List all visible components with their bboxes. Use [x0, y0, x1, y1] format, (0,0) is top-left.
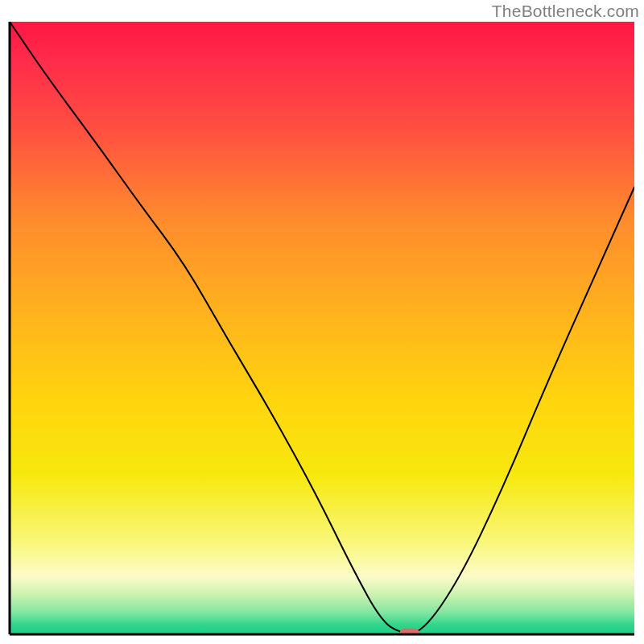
gradient-background [10, 22, 634, 634]
chart-container: { "watermark": "TheBottleneck.com", "cha… [0, 0, 644, 644]
watermark-text: TheBottleneck.com [492, 2, 639, 21]
bottleneck-chart [0, 0, 644, 644]
